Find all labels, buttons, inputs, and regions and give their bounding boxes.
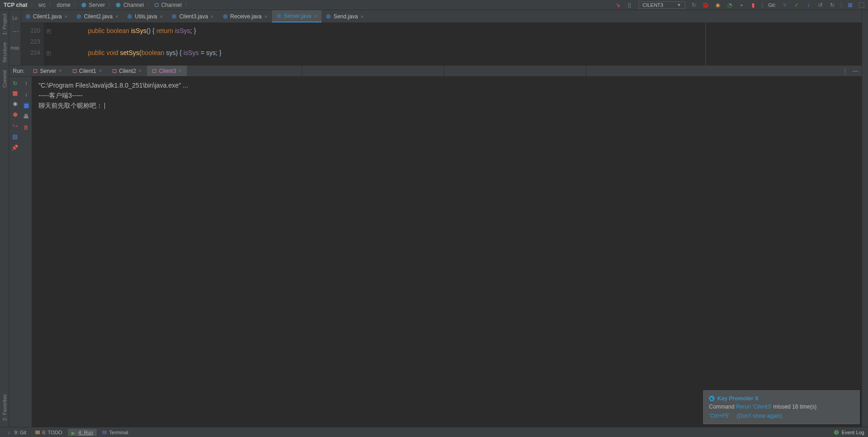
stop-icon[interactable]: ▮ — [750, 2, 757, 8]
event-log-button[interactable]: Event Log — [841, 430, 864, 435]
close-icon[interactable]: × — [264, 14, 267, 19]
close-icon[interactable]: × — [361, 14, 364, 19]
run-tab[interactable]: Server× — [28, 66, 67, 76]
notification-dismiss-link[interactable]: (Don't show again) — [737, 413, 782, 419]
rerun-button[interactable]: ↻ — [12, 80, 18, 87]
profile-icon[interactable]: ◔ — [726, 2, 733, 8]
notification-action-link[interactable]: Rerun 'Cilent3' — [736, 404, 772, 410]
editor-split-divider[interactable] — [705, 23, 706, 65]
editor-tab[interactable]: Send.java× — [322, 10, 368, 22]
attach-button[interactable]: ⬢ — [12, 111, 18, 118]
tab-label: Server.java — [284, 13, 311, 19]
clear-button[interactable]: 🗑 — [23, 124, 29, 131]
close-icon[interactable]: × — [115, 14, 118, 19]
close-icon[interactable]: × — [211, 14, 213, 19]
top-nav-bar: TCP chat 〉 src 〉 dome 〉 Server 〉 Channel… — [0, 0, 868, 10]
debug-icon[interactable]: 🐞 — [703, 2, 709, 8]
commit-tool-button[interactable]: Commit — [2, 66, 7, 91]
project-tool-button[interactable]: 1: Project — [2, 10, 7, 39]
fold-icon[interactable]: + — [47, 51, 51, 55]
run-tab[interactable]: Cilent3× — [147, 66, 187, 76]
run-tab[interactable]: Cilent1× — [67, 66, 107, 76]
fold-icon[interactable]: + — [47, 29, 51, 33]
git-update-icon[interactable]: ↓ — [805, 2, 812, 8]
code-text: () { — [147, 27, 157, 34]
close-icon[interactable]: × — [59, 68, 62, 73]
breadcrumb-item[interactable]: Channel — [123, 2, 144, 8]
tab-label: Server — [40, 68, 56, 74]
close-icon[interactable]: × — [99, 68, 102, 73]
run-tool-button[interactable]: ▶4: Run — [68, 429, 97, 436]
run-label: Run: — [9, 66, 28, 76]
chevron-right-icon: 〉 — [73, 1, 79, 9]
breadcrumb-item[interactable]: dome — [57, 2, 71, 8]
more-icon[interactable]: ⋯ — [12, 28, 18, 35]
right-tool-strip — [862, 10, 868, 427]
run-console[interactable]: "C:\Program Files\Java\jdk1.8.0_251\bin\… — [32, 77, 862, 427]
console-line: 聊天前先取个昵称吧： — [38, 102, 103, 109]
run-config-label: CILENT3 — [643, 2, 663, 8]
scroll-up-button[interactable]: ↑ — [23, 80, 29, 87]
stop-button[interactable] — [13, 91, 17, 96]
exit-button[interactable]: ⮑ — [12, 122, 18, 129]
run-config-icon — [33, 69, 37, 73]
soft-wrap-button[interactable]: ▦ — [23, 102, 29, 109]
variable: isSys — [173, 27, 190, 34]
toolbar-right: ↘ ▯ CILENT3 ▼ ↻ 🐞 ◉ ◔ ▪ ▮ Git: ⑂ ✓ ↓ ↺ ↻… — [615, 1, 864, 9]
run-tab[interactable]: Cilent2× — [107, 66, 147, 76]
editor-tab[interactable]: Receive.java× — [218, 10, 272, 22]
breadcrumb-item[interactable]: src — [38, 2, 46, 8]
breadcrumb-project[interactable]: TCP chat — [4, 2, 27, 8]
branch-icon: ⑂ — [7, 430, 12, 435]
git-tool-button[interactable]: ⑂9: Git — [4, 429, 30, 436]
code-editor[interactable]: 220 223 224 + + public boolean isSys() {… — [21, 23, 862, 65]
scroll-down-button[interactable]: ↓ — [23, 91, 29, 98]
arrow-icon[interactable]: ↘ — [615, 2, 621, 8]
editor-tab[interactable]: Utils.java× — [123, 10, 167, 22]
tab-label: Cilent3.java — [179, 13, 208, 20]
rerun-icon[interactable]: ↻ — [691, 2, 697, 8]
print-button[interactable]: 🖶 — [23, 113, 29, 120]
search-icon[interactable] — [859, 2, 864, 8]
line-number: 220 — [21, 25, 40, 36]
favorites-tool-button[interactable]: 2: Favorites — [2, 391, 7, 424]
structure-tool-button[interactable]: Structure — [2, 39, 7, 66]
git-revert-icon[interactable]: ↻ — [829, 2, 835, 8]
close-icon[interactable]: × — [160, 14, 163, 19]
run-config-icon — [153, 69, 156, 73]
breadcrumb[interactable]: TCP chat 〉 src 〉 dome 〉 Server 〉 Channel… — [4, 1, 191, 9]
git-label: Git: — [768, 2, 776, 8]
pin-button[interactable]: 📌 — [12, 144, 18, 151]
line-number: 223 — [21, 36, 40, 47]
terminal-icon — [102, 431, 107, 434]
terminal-tool-button[interactable]: Terminal — [98, 429, 132, 436]
more-icon[interactable]: ⋮ — [842, 68, 848, 74]
editor-tab[interactable]: Cilent3.java× — [167, 10, 218, 22]
run-config-selector[interactable]: CILENT3 ▼ — [639, 1, 685, 9]
git-history-icon[interactable]: ↺ — [817, 2, 824, 8]
code-content[interactable]: public boolean isSys() { return isSys; }… — [53, 23, 862, 65]
editor-tab[interactable]: Server.java× — [272, 10, 322, 22]
run-tool-tab-bar: Run: Server× Cilent1× Cilent2× Cilent3× … — [9, 65, 862, 77]
layout-button[interactable]: ▤ — [12, 133, 18, 140]
close-icon[interactable]: × — [139, 68, 142, 73]
run-config-icon — [113, 69, 116, 73]
build-icon[interactable]: ▯ — [627, 2, 633, 8]
todo-tool-button[interactable]: 6: TODO — [32, 429, 66, 436]
breadcrumb-item[interactable]: Channel — [161, 2, 182, 8]
dash-icon[interactable]: ▪ — [738, 2, 745, 8]
dump-threads-button[interactable]: ◉ — [12, 100, 18, 107]
editor-tab[interactable]: Cilent2.java× — [72, 10, 123, 22]
close-icon[interactable]: × — [179, 68, 181, 73]
coverage-icon[interactable]: ◉ — [715, 2, 721, 8]
git-commit-icon[interactable]: ✓ — [793, 2, 800, 8]
close-icon[interactable]: × — [314, 13, 317, 19]
git-branch-icon[interactable]: ⑂ — [781, 2, 788, 8]
identifier: isSys — [131, 27, 146, 34]
breadcrumb-item[interactable]: Server — [89, 2, 105, 8]
windows-icon[interactable]: ⊞ — [847, 2, 853, 8]
minimize-icon[interactable]: — — [852, 68, 858, 74]
editor-tab[interactable]: Cilent1.java× — [21, 10, 72, 22]
todo-icon — [35, 431, 40, 434]
close-icon[interactable]: × — [65, 14, 67, 19]
